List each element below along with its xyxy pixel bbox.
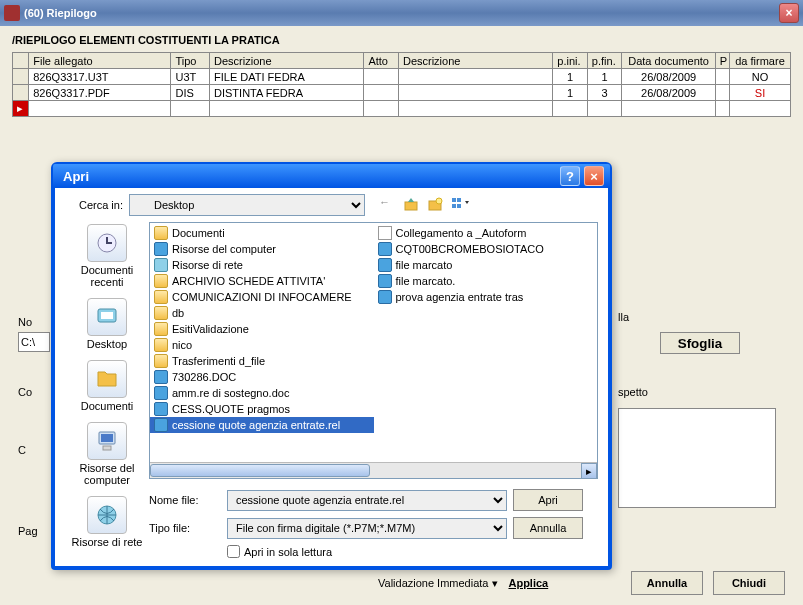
views-icon[interactable] <box>451 196 469 214</box>
list-item[interactable]: db <box>150 305 374 321</box>
folder-icon <box>154 290 168 304</box>
list-item[interactable]: EsitiValidazione <box>150 321 374 337</box>
list-item[interactable]: 730286.DOC <box>150 369 374 385</box>
list-item[interactable]: ARCHIVIO SCHEDE ATTIVITA' <box>150 273 374 289</box>
place-desktop[interactable]: Desktop <box>87 298 127 350</box>
folder-icon <box>154 354 168 368</box>
look-in-row: Cerca in: Desktop ← <box>65 194 598 216</box>
place-recent[interactable]: Documenti recenti <box>65 224 149 288</box>
browse-button[interactable]: Sfoglia <box>660 332 740 354</box>
dialog-title: Apri <box>63 169 556 184</box>
list-item[interactable]: Trasferimenti d_file <box>150 353 374 369</box>
generic-icon <box>378 290 392 304</box>
look-in-label: Cerca in: <box>65 199 123 211</box>
dialog-titlebar[interactable]: Apri ? × <box>53 164 610 188</box>
close-button[interactable]: Chiudi <box>713 571 785 595</box>
svg-rect-3 <box>452 198 456 202</box>
folder-icon <box>154 322 168 336</box>
page-title: /RIEPILOGO ELEMENTI COSTITUENTI LA PRATI… <box>12 34 791 46</box>
svg-rect-4 <box>457 198 461 202</box>
scrollbar-thumb[interactable] <box>150 464 370 477</box>
list-item[interactable]: Documenti <box>150 225 374 241</box>
list-item[interactable]: CQT00BCROMEBOSIOTACO <box>374 241 598 257</box>
list-item[interactable]: nico <box>150 337 374 353</box>
label-fragment: lla <box>618 311 629 323</box>
open-button[interactable]: Apri <box>513 489 583 511</box>
folder-icon <box>154 274 168 288</box>
list-item[interactable]: Collegamento a _Autoform <box>374 225 598 241</box>
table-row[interactable]: 826Q3317.U3TU3TFILE DATI FEDRA1126/08/20… <box>13 69 791 85</box>
attachments-table[interactable]: File allegatoTipoDescrizioneAttoDescrizi… <box>12 52 791 117</box>
place-computer[interactable]: Risorse del computer <box>65 422 149 486</box>
table-row[interactable]: 826Q3317.PDFDISDISTINTA FEDRA1326/08/200… <box>13 85 791 101</box>
generic-icon <box>154 402 168 416</box>
list-item[interactable]: cessione quote agenzia entrate.rel <box>150 417 374 433</box>
link-icon <box>378 226 392 240</box>
list-item[interactable]: file marcato <box>374 257 598 273</box>
folder-icon <box>154 338 168 352</box>
generic-icon <box>378 242 392 256</box>
close-icon[interactable]: × <box>584 166 604 186</box>
apply-link[interactable]: Applica <box>508 577 548 589</box>
folder-icon <box>154 306 168 320</box>
generic-icon <box>378 274 392 288</box>
filename-label: Nome file: <box>149 494 221 506</box>
generic-icon <box>154 370 168 384</box>
svg-rect-12 <box>103 446 111 450</box>
list-item[interactable]: Risorse di rete <box>150 257 374 273</box>
scrollbar-horizontal[interactable]: ▸ <box>150 462 597 478</box>
svg-rect-5 <box>452 204 456 208</box>
label-fragment: spetto <box>618 386 648 398</box>
list-item[interactable]: amm.re di sostegno.doc <box>150 385 374 401</box>
generic-icon <box>154 242 168 256</box>
net-icon <box>154 258 168 272</box>
folder-icon <box>154 226 168 240</box>
titlebar[interactable]: (60) Riepilogo × <box>0 0 803 26</box>
scroll-right-icon[interactable]: ▸ <box>581 463 597 479</box>
dialog-cancel-button[interactable]: Annulla <box>513 517 583 539</box>
svg-rect-9 <box>101 312 113 319</box>
filename-input[interactable]: cessione quote agenzia entrate.rel <box>227 490 507 511</box>
close-icon[interactable]: × <box>779 3 799 23</box>
list-item[interactable]: COMUNICAZIONI DI INFOCAMERE <box>150 289 374 305</box>
cancel-button[interactable]: Annulla <box>631 571 703 595</box>
label-fragment: C <box>18 444 26 456</box>
svg-rect-11 <box>101 434 113 442</box>
new-folder-icon[interactable] <box>427 196 445 214</box>
filetype-select[interactable]: File con firma digitale (*.P7M;*.M7M) <box>227 518 507 539</box>
help-icon[interactable]: ? <box>560 166 580 186</box>
svg-point-2 <box>436 198 442 204</box>
list-item[interactable]: Risorse del computer <box>150 241 374 257</box>
label-fragment: Co <box>18 386 32 398</box>
label-fragment: Pag <box>18 525 38 537</box>
dialog-toolbar: ← <box>379 196 469 214</box>
label-fragment: No <box>18 316 32 328</box>
back-icon[interactable]: ← <box>379 196 397 214</box>
validation-label: Validazione Immediata <box>378 577 488 589</box>
chevron-down-icon[interactable]: ▾ <box>492 577 498 590</box>
text-area[interactable] <box>618 408 776 508</box>
readonly-checkbox[interactable] <box>227 545 240 558</box>
svg-rect-6 <box>457 204 461 208</box>
places-bar: Documenti recenti Desktop Documenti Riso… <box>65 222 149 479</box>
table-header-row: File allegatoTipoDescrizioneAttoDescrizi… <box>13 53 791 69</box>
app-icon <box>4 5 20 21</box>
place-documents[interactable]: Documenti <box>81 360 134 412</box>
window-title: (60) Riepilogo <box>24 7 779 19</box>
svg-rect-0 <box>405 202 417 210</box>
list-item[interactable]: CESS.QUOTE pragmos <box>150 401 374 417</box>
bottom-bar: Validazione Immediata ▾ Applica Annulla … <box>0 567 803 599</box>
file-open-dialog: Apri ? × Cerca in: Desktop ← Documenti r… <box>51 162 612 570</box>
up-icon[interactable] <box>403 196 421 214</box>
generic-icon <box>378 258 392 272</box>
readonly-label: Apri in sola lettura <box>244 546 332 558</box>
file-list[interactable]: DocumentiRisorse del computerRisorse di … <box>149 222 598 479</box>
path-input-fragment[interactable] <box>18 332 50 352</box>
look-in-select[interactable]: Desktop <box>129 194 365 216</box>
table-row-active[interactable]: ▸ <box>13 101 791 117</box>
validation-selector[interactable]: Validazione Immediata ▾ Applica <box>378 577 548 590</box>
list-item[interactable]: file marcato. <box>374 273 598 289</box>
generic-icon <box>154 386 168 400</box>
generic-icon <box>154 418 168 432</box>
list-item[interactable]: prova agenzia entrate tras <box>374 289 598 305</box>
